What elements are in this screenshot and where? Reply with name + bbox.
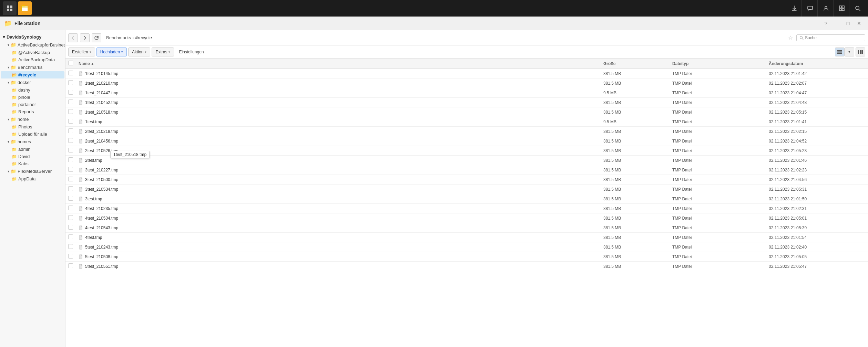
taskbar-search-icon[interactable] bbox=[850, 0, 865, 17]
header-name[interactable]: Name ▲ bbox=[79, 61, 603, 66]
row-checkbox-15[interactable] bbox=[68, 215, 73, 220]
table-row[interactable]: 4test_210235.tmp 381.5 MB TMP Datei 02.1… bbox=[65, 204, 868, 213]
taskbar-grid-menu[interactable] bbox=[3, 1, 17, 15]
file-icon bbox=[79, 71, 83, 76]
table-row[interactable]: 1test_210518.tmp 381.5 MB TMP Datei 02.1… bbox=[65, 107, 868, 117]
sidebar-item-david[interactable]: 📁 David bbox=[1, 153, 64, 160]
sidebar-item-atactivebackup[interactable]: 📁 @ActiveBackup bbox=[1, 49, 64, 56]
table-row[interactable]: 4test.tmp 381.5 MB TMP Datei 02.11.2023 … bbox=[65, 233, 868, 242]
row-checkbox-1[interactable] bbox=[68, 80, 73, 85]
aktion-button[interactable]: Aktion ▾ bbox=[128, 48, 150, 56]
maximize-button[interactable]: □ bbox=[843, 20, 853, 27]
row-checkbox-16[interactable] bbox=[68, 225, 73, 230]
sidebar-item-dashy[interactable]: 📁 dashy bbox=[1, 86, 64, 94]
table-row[interactable]: 4test_210504.tmp 381.5 MB TMP Datei 02.1… bbox=[65, 213, 868, 223]
extras-button[interactable]: Extras ▾ bbox=[152, 48, 174, 56]
title-bar: 📁 File Station ? — □ ✕ bbox=[0, 17, 868, 30]
header-date[interactable]: Änderungsdatum bbox=[769, 61, 865, 66]
sidebar-item-homes[interactable]: ▾ 📁 homes bbox=[1, 138, 64, 146]
close-button[interactable]: ✕ bbox=[854, 20, 864, 27]
view-more-button[interactable]: ▾ bbox=[845, 48, 854, 56]
table-row[interactable]: 3test_210227.tmp 381.5 MB TMP Datei 02.1… bbox=[65, 165, 868, 175]
sidebar-item-portainer[interactable]: 📁 portainer bbox=[1, 101, 64, 108]
row-checkbox-14[interactable] bbox=[68, 206, 73, 210]
row-checkbox-19[interactable] bbox=[68, 254, 73, 259]
sidebar-item-reports[interactable]: 📁 Reports bbox=[1, 108, 64, 115]
sidebar-label-kabs: Kabs bbox=[18, 161, 29, 166]
sidebar-item-home[interactable]: ▾ 📁 home bbox=[1, 115, 64, 123]
hochladen-button[interactable]: Hochladen ▾ bbox=[96, 48, 127, 56]
taskbar-windows-icon[interactable] bbox=[834, 0, 849, 17]
minimize-button[interactable]: — bbox=[832, 20, 842, 27]
table-row[interactable]: 1test.tmp 9.5 MB TMP Datei 02.11.2023 21… bbox=[65, 117, 868, 127]
einstellungen-button[interactable]: Einstellungen bbox=[175, 48, 207, 56]
sidebar-item-admin[interactable]: 📁 admin bbox=[1, 146, 64, 153]
row-checkbox-7[interactable] bbox=[68, 138, 73, 143]
table-row[interactable]: 5test_210508.tmp 381.5 MB TMP Datei 02.1… bbox=[65, 252, 868, 262]
search-input[interactable] bbox=[805, 35, 860, 40]
back-button[interactable] bbox=[68, 33, 78, 42]
column-settings-button[interactable] bbox=[856, 48, 865, 56]
row-checkbox-10[interactable] bbox=[68, 167, 73, 172]
row-checkbox-0[interactable] bbox=[68, 71, 73, 75]
sidebar-item-kabs[interactable]: 📁 Kabs bbox=[1, 160, 64, 167]
sidebar-item-activebackupdata[interactable]: 📁 ActiveBackupData bbox=[1, 56, 64, 63]
table-row[interactable]: 1test_210447.tmp 9.5 MB TMP Datei 02.11.… bbox=[65, 88, 868, 98]
row-checkbox-8[interactable] bbox=[68, 148, 73, 153]
breadcrumb-recycle[interactable]: #recycle bbox=[135, 35, 152, 40]
help-button[interactable]: ? bbox=[821, 20, 831, 27]
table-row[interactable]: 1test_210210.tmp 381.5 MB TMP Datei 02.1… bbox=[65, 78, 868, 88]
sidebar-item-recycle[interactable]: 📂 #recycle bbox=[1, 71, 64, 78]
table-row[interactable]: 1test_210452.tmp 381.5 MB TMP Datei 02.1… bbox=[65, 98, 868, 107]
row-checkbox-4[interactable] bbox=[68, 109, 73, 114]
table-row[interactable]: 1test_210145.tmp 381.5 MB TMP Datei 02.1… bbox=[65, 69, 868, 78]
table-row[interactable]: 3test_210500.tmp 381.5 MB TMP Datei 02.1… bbox=[65, 175, 868, 185]
row-checkbox-13[interactable] bbox=[68, 196, 73, 201]
header-size[interactable]: Größe bbox=[603, 61, 672, 66]
taskbar-filestation[interactable] bbox=[18, 1, 32, 15]
favorite-button[interactable]: ☆ bbox=[787, 34, 794, 42]
taskbar-download-icon[interactable] bbox=[787, 0, 802, 17]
svg-rect-17 bbox=[858, 50, 859, 54]
taskbar-chat-icon[interactable] bbox=[803, 0, 818, 17]
folder-icon: 📁 bbox=[12, 88, 17, 93]
sidebar-item-pihole[interactable]: 📁 pihole bbox=[1, 94, 64, 101]
row-checkbox-9[interactable] bbox=[68, 157, 73, 162]
sidebar-item-activebackupforbusiness[interactable]: ▾ 📁 ActiveBackupforBusiness bbox=[1, 41, 64, 49]
row-checkbox-6[interactable] bbox=[68, 128, 73, 133]
table-row[interactable]: 5test_210243.tmp 381.5 MB TMP Datei 02.1… bbox=[65, 242, 868, 252]
row-checkbox-20[interactable] bbox=[68, 263, 73, 268]
row-checkbox-17[interactable] bbox=[68, 234, 73, 239]
row-checkbox-5[interactable] bbox=[68, 119, 73, 124]
sidebar-item-appdata[interactable]: 📁 AppData bbox=[1, 175, 64, 182]
table-row[interactable]: 3test_210534.tmp 381.5 MB TMP Datei 02.1… bbox=[65, 185, 868, 194]
list-view-button[interactable] bbox=[835, 48, 845, 56]
sidebar-item-plexmediaserver[interactable]: ▾ 📁 PlexMediaServer bbox=[1, 167, 64, 175]
table-row[interactable]: 3test.tmp 381.5 MB TMP Datei 02.11.2023 … bbox=[65, 194, 868, 204]
table-row[interactable]: 2test.tmp 381.5 MB TMP Datei 02.11.2023 … bbox=[65, 156, 868, 165]
file-name: 4test_210504.tmp bbox=[85, 216, 118, 221]
row-checkbox-2[interactable] bbox=[68, 90, 73, 95]
table-row[interactable]: 2test_210456.tmp 381.5 MB TMP Datei 02.1… bbox=[65, 136, 868, 146]
forward-button[interactable] bbox=[80, 33, 90, 42]
row-checkbox-18[interactable] bbox=[68, 244, 73, 249]
sidebar-item-benchmarks[interactable]: ▾ 📁 Benchmarks bbox=[1, 63, 64, 71]
sidebar-item-photos[interactable]: 📁 Photos bbox=[1, 123, 64, 130]
header-type[interactable]: Dateityp bbox=[672, 61, 769, 66]
sidebar-item-upload-fur-alle[interactable]: 📁 Upload für alle bbox=[1, 130, 64, 138]
breadcrumb-benchmarks[interactable]: Benchmarks bbox=[106, 35, 131, 40]
erstellen-button[interactable]: Erstellen ▾ bbox=[68, 48, 95, 56]
table-row[interactable]: 5test_210551.tmp 381.5 MB TMP Datei 02.1… bbox=[65, 262, 868, 271]
taskbar-user-icon[interactable] bbox=[818, 0, 834, 17]
select-all-checkbox[interactable] bbox=[68, 61, 73, 65]
table-row[interactable]: 2test_210218.tmp 381.5 MB TMP Datei 02.1… bbox=[65, 127, 868, 136]
sidebar-item-docker[interactable]: ▾ 📁 docker bbox=[1, 78, 64, 86]
refresh-button[interactable] bbox=[92, 33, 101, 42]
table-row[interactable]: 2test_210526.tmp 381.5 MB TMP Datei 02.1… bbox=[65, 146, 868, 156]
row-checkbox-11[interactable] bbox=[68, 177, 73, 181]
row-checkbox-12[interactable] bbox=[68, 186, 73, 191]
sidebar-root-davidssynology[interactable]: ▾ DavidsSynology bbox=[0, 33, 65, 41]
table-row[interactable]: 4test_210543.tmp 381.5 MB TMP Datei 02.1… bbox=[65, 223, 868, 233]
file-icon bbox=[79, 168, 83, 172]
row-checkbox-3[interactable] bbox=[68, 99, 73, 104]
